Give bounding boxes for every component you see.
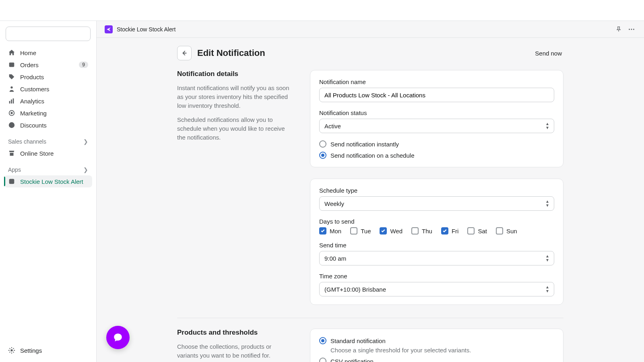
section-title-products: Products and thresholds bbox=[177, 329, 294, 337]
send-now-button[interactable]: Send now bbox=[533, 47, 564, 59]
radio-send-instantly[interactable]: Send notification instantly bbox=[319, 140, 554, 148]
chevron-right-icon: ❯ bbox=[83, 167, 88, 173]
section-desc: Choose the collections, products or vari… bbox=[177, 342, 294, 360]
chevron-right-icon: ❯ bbox=[83, 138, 88, 145]
day-checkbox-sat[interactable]: Sat bbox=[467, 227, 487, 234]
products-icon bbox=[8, 73, 15, 80]
customers-icon bbox=[8, 85, 15, 93]
home-icon bbox=[8, 49, 15, 56]
svg-rect-3 bbox=[11, 99, 12, 103]
apps-header[interactable]: Apps ❯ bbox=[4, 164, 92, 175]
sidebar-item-products[interactable]: Products bbox=[4, 71, 92, 83]
day-label: Tue bbox=[361, 228, 371, 234]
day-checkbox-wed[interactable]: Wed bbox=[380, 227, 402, 234]
sidebar-item-analytics[interactable]: Analytics bbox=[4, 95, 92, 107]
back-button[interactable] bbox=[177, 46, 192, 60]
orders-icon bbox=[8, 61, 15, 68]
notification-name-input[interactable] bbox=[319, 88, 554, 102]
radio-icon bbox=[319, 140, 326, 148]
schedule-type-label: Schedule type bbox=[319, 187, 554, 194]
status-select[interactable]: Active bbox=[319, 119, 554, 133]
sidebar: Home Orders 9 Products Customers Analyti… bbox=[0, 21, 97, 362]
svg-point-9 bbox=[10, 349, 12, 351]
checkbox-icon bbox=[496, 227, 503, 234]
sidebar-item-discounts[interactable]: Discounts bbox=[4, 119, 92, 131]
page-header: Edit Notification Send now bbox=[177, 46, 564, 68]
name-label: Notification name bbox=[319, 78, 554, 85]
sidebar-item-label: Home bbox=[20, 49, 36, 56]
day-label: Sun bbox=[506, 228, 517, 234]
svg-point-12 bbox=[633, 29, 634, 30]
app-name: Stockie Low Stock Alert bbox=[117, 26, 175, 33]
sidebar-item-marketing[interactable]: Marketing bbox=[4, 107, 92, 119]
section-desc: Scheduled notifications allow you to sch… bbox=[177, 115, 294, 142]
sidebar-item-label: Customers bbox=[20, 86, 50, 93]
pin-button[interactable] bbox=[614, 25, 623, 34]
day-checkbox-thu[interactable]: Thu bbox=[411, 227, 432, 234]
sidebar-item-settings[interactable]: Settings bbox=[4, 344, 92, 356]
svg-rect-4 bbox=[13, 99, 14, 104]
sidebar-item-label: Online Store bbox=[20, 150, 54, 157]
sidebar-item-label: Products bbox=[20, 74, 44, 80]
details-card: Notification name Notification status Ac… bbox=[310, 70, 564, 167]
days-label: Days to send bbox=[319, 218, 554, 225]
checkbox-icon bbox=[350, 227, 357, 234]
section-desc: Instant notifications will notify you as… bbox=[177, 84, 294, 110]
sidebar-item-online-store[interactable]: Online Store bbox=[4, 147, 92, 159]
schedule-type-select[interactable]: Weekly bbox=[319, 196, 554, 211]
checkbox-icon bbox=[411, 227, 419, 234]
products-card: Standard notification Choose a single th… bbox=[310, 329, 564, 362]
page-title: Edit Notification bbox=[197, 48, 528, 58]
sidebar-item-stockie-app[interactable]: Stockie Low Stock Alert bbox=[4, 175, 92, 187]
day-label: Mon bbox=[330, 228, 341, 234]
svg-rect-0 bbox=[9, 63, 14, 67]
day-checkbox-sun[interactable]: Sun bbox=[496, 227, 517, 234]
radio-icon bbox=[319, 152, 326, 159]
sidebar-item-label: Analytics bbox=[20, 98, 44, 105]
radio-icon bbox=[319, 337, 326, 344]
day-checkbox-tue[interactable]: Tue bbox=[350, 227, 371, 234]
checkbox-icon bbox=[467, 227, 475, 234]
svg-point-5 bbox=[10, 112, 12, 114]
radio-subtext: Choose a single threshold for your selec… bbox=[330, 347, 554, 354]
day-label: Sat bbox=[478, 228, 487, 234]
more-button[interactable] bbox=[627, 25, 636, 34]
sidebar-item-customers[interactable]: Customers bbox=[4, 83, 92, 95]
sidebar-item-label: Orders bbox=[20, 62, 39, 68]
section-divider bbox=[177, 318, 564, 318]
svg-point-7 bbox=[9, 122, 14, 128]
app-pin-icon bbox=[8, 178, 15, 185]
checkbox-icon bbox=[380, 227, 387, 234]
search-input[interactable] bbox=[6, 27, 91, 41]
day-checkbox-mon[interactable]: Mon bbox=[319, 227, 341, 234]
timezone-select[interactable]: (GMT+10:00) Brisbane bbox=[319, 282, 554, 296]
checkbox-icon bbox=[441, 227, 448, 234]
radio-icon bbox=[319, 358, 326, 362]
svg-point-1 bbox=[10, 86, 12, 88]
section-title-details: Notification details bbox=[177, 70, 294, 78]
svg-rect-8 bbox=[9, 179, 14, 184]
analytics-icon bbox=[8, 97, 15, 105]
status-label: Notification status bbox=[319, 109, 554, 116]
sidebar-item-orders[interactable]: Orders 9 bbox=[4, 59, 92, 71]
top-header-blank bbox=[0, 0, 644, 21]
day-label: Thu bbox=[422, 228, 432, 234]
sidebar-item-label: Stockie Low Stock Alert bbox=[20, 178, 83, 185]
sales-channels-header[interactable]: Sales channels ❯ bbox=[4, 136, 92, 147]
sidebar-item-label: Marketing bbox=[20, 110, 47, 117]
svg-point-10 bbox=[629, 29, 630, 30]
discounts-icon bbox=[8, 121, 15, 129]
send-time-select[interactable]: 9:00 am bbox=[319, 251, 554, 265]
checkbox-icon bbox=[319, 227, 326, 234]
page-app-bar: Stockie Low Stock Alert bbox=[97, 21, 644, 38]
marketing-icon bbox=[8, 109, 15, 117]
radio-send-schedule[interactable]: Send notification on a schedule bbox=[319, 152, 554, 159]
day-checkbox-fri[interactable]: Fri bbox=[441, 227, 459, 234]
sidebar-item-home[interactable]: Home bbox=[4, 47, 92, 59]
chat-fab[interactable] bbox=[106, 326, 130, 349]
radio-standard-notification[interactable]: Standard notification bbox=[319, 337, 554, 344]
sidebar-item-label: Discounts bbox=[20, 122, 47, 129]
schedule-card: Schedule type Weekly ▲▼ Days to send Mon… bbox=[310, 179, 564, 305]
radio-csv-notification[interactable]: CSV notification bbox=[319, 358, 554, 362]
orders-badge: 9 bbox=[79, 62, 88, 68]
